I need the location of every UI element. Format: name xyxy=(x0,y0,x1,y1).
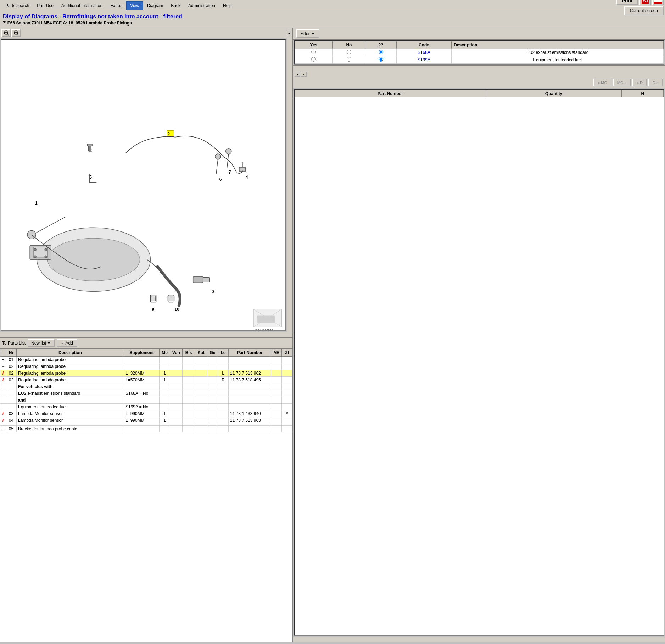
row-me xyxy=(160,357,170,363)
filter-no-radio[interactable] xyxy=(332,56,365,64)
filter-label: Filter ▼ xyxy=(300,31,315,36)
row-part-number xyxy=(229,404,271,410)
row-description: and xyxy=(17,397,124,404)
table-row[interactable]: and xyxy=(0,397,292,404)
row-bis xyxy=(183,404,195,410)
col-ge: Ge xyxy=(207,349,218,357)
menu-view[interactable]: View xyxy=(126,1,143,10)
row-kat xyxy=(195,397,207,404)
menu-back[interactable]: Back xyxy=(167,1,184,10)
row-kat xyxy=(195,363,207,370)
d-next-button[interactable]: D » xyxy=(648,79,663,86)
new-list-button[interactable]: New list ▼ xyxy=(28,339,55,347)
diagram-area: 1 2 2 3 4 5 6 7 8 9 10 xyxy=(1,39,286,331)
expand-left-arrow[interactable]: ◄ xyxy=(287,31,291,35)
row-kat xyxy=(195,404,207,410)
row-von xyxy=(170,404,183,410)
current-screen-button[interactable]: Current screen xyxy=(624,6,664,15)
table-row[interactable]: EU2 exhaust emissions standard S168A = N… xyxy=(0,390,292,397)
d-prev-button[interactable]: « D xyxy=(632,79,647,86)
filter-code-link[interactable]: S199A xyxy=(396,56,452,64)
row-nr xyxy=(6,404,17,410)
svg-point-30 xyxy=(34,248,36,251)
col-description: Description xyxy=(17,349,124,357)
right-parts-container[interactable]: Part Number Quantity N xyxy=(294,89,664,636)
table-row[interactable]: For vehicles with xyxy=(0,383,292,390)
menu-help[interactable]: Help xyxy=(219,1,236,10)
sort-down-button[interactable]: ▼ xyxy=(301,72,307,77)
menu-additional-information[interactable]: Additional Information xyxy=(57,1,106,10)
mg-next-button[interactable]: MG » xyxy=(613,79,631,86)
print-button[interactable]: Print xyxy=(616,0,638,5)
row-description: Equipment for leaded fuel xyxy=(17,404,124,410)
table-row[interactable]: + 05 Bracket for lambda probe cable xyxy=(0,426,292,432)
diagram-vscroll[interactable] xyxy=(287,38,292,332)
filter-yes-radio[interactable] xyxy=(295,49,333,56)
filter-description: EU2 exhaust emissions standard xyxy=(452,49,664,56)
menu-parts-search[interactable]: Parts search xyxy=(1,1,33,10)
table-row[interactable]: i 03 Lambda Monitor sensor L=990MM 1 11 … xyxy=(0,410,292,417)
row-icon xyxy=(0,397,6,404)
table-row[interactable]: i 02 Regulating lambda probe L=570MM 1 R… xyxy=(0,377,292,383)
filter-dropdown-button[interactable]: Filter ▼ xyxy=(296,29,319,38)
mg-prev-button[interactable]: « MG xyxy=(593,79,611,86)
row-kat xyxy=(195,426,207,432)
filter-yes-radio[interactable] xyxy=(295,56,333,64)
filter-code-link[interactable]: S168A xyxy=(396,49,452,56)
zoom-out-button[interactable] xyxy=(11,29,21,37)
filter-qq-radio[interactable] xyxy=(365,56,396,64)
svg-point-33 xyxy=(45,256,47,258)
parts-table-container[interactable]: Nr Description Supplement Me Von Bis Kat… xyxy=(0,348,292,642)
filter-hscroll[interactable] xyxy=(293,65,665,71)
svg-point-40 xyxy=(226,149,231,154)
row-supplement xyxy=(124,363,160,370)
row-ge xyxy=(207,370,218,377)
row-le xyxy=(218,397,229,404)
col-me: Me xyxy=(160,349,170,357)
table-row[interactable]: Equipment for leaded fuel S199A = No xyxy=(0,404,292,410)
svg-text:3: 3 xyxy=(212,289,215,294)
new-list-label: New list xyxy=(31,341,46,346)
row-icon: + xyxy=(0,357,6,363)
parts-list-bar: To Parts List New list ▼ ✓ Add xyxy=(0,337,292,348)
row-nr: 02 xyxy=(6,363,17,370)
row-description: EU2 exhaust emissions standard xyxy=(17,390,124,397)
filter-no-radio[interactable] xyxy=(332,49,365,56)
menu-part-use[interactable]: Part Use xyxy=(33,1,57,10)
menu-administration[interactable]: Administration xyxy=(184,1,219,10)
filter-qq-radio[interactable] xyxy=(365,49,396,56)
row-ae xyxy=(271,390,282,397)
table-row[interactable]: i 02 Regulating lambda probe L=320MM 1 L… xyxy=(0,370,292,377)
table-row[interactable]: i 04 Lambda Monitor sensor L=990MM 1 11 … xyxy=(0,417,292,424)
zoom-in-button[interactable] xyxy=(1,29,11,37)
row-description: Regulating lambda probe xyxy=(17,370,124,377)
table-row[interactable]: − 02 Regulating lambda probe xyxy=(0,363,292,370)
icon-btn-2[interactable] xyxy=(652,0,664,5)
row-ge xyxy=(207,410,218,417)
table-row[interactable]: + 01 Regulating lambda probe xyxy=(0,357,292,363)
menu-extras[interactable]: Extras xyxy=(106,1,126,10)
row-von xyxy=(170,410,183,417)
row-part-number: 11 78 7 513 963 xyxy=(229,417,271,424)
row-ge xyxy=(207,357,218,363)
add-button[interactable]: ✓ Add xyxy=(57,339,77,347)
menu-diagram[interactable]: Diagram xyxy=(143,1,167,10)
row-le xyxy=(218,363,229,370)
row-nr xyxy=(6,390,17,397)
diagram-ref: 18_0528 Lambda Probe Fixings xyxy=(68,21,132,26)
diagram-svg: 1 2 2 3 4 5 6 7 8 9 10 xyxy=(1,40,285,330)
row-bis xyxy=(183,397,195,404)
row-nr: 02 xyxy=(6,370,17,377)
row-supplement: L=320MM xyxy=(124,370,160,377)
diagram-toolbar: ◄ xyxy=(0,28,292,38)
diagram-hscroll[interactable] xyxy=(0,332,292,337)
row-zi xyxy=(282,397,292,404)
row-ae xyxy=(271,410,282,417)
row-supplement xyxy=(124,357,160,363)
right-hscroll[interactable] xyxy=(293,637,665,642)
title-area: Display of Diagrams - Retrofittings not … xyxy=(3,13,182,26)
row-von xyxy=(170,390,183,397)
sort-up-button[interactable]: ▲ xyxy=(295,72,300,77)
icon-btn-1[interactable]: A d xyxy=(639,0,651,5)
svg-rect-5 xyxy=(654,2,662,4)
